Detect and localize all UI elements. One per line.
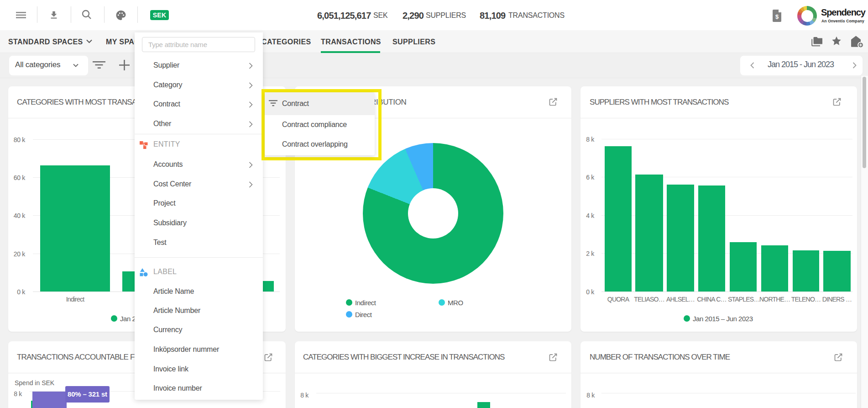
svg-text:$: $ — [775, 13, 779, 20]
